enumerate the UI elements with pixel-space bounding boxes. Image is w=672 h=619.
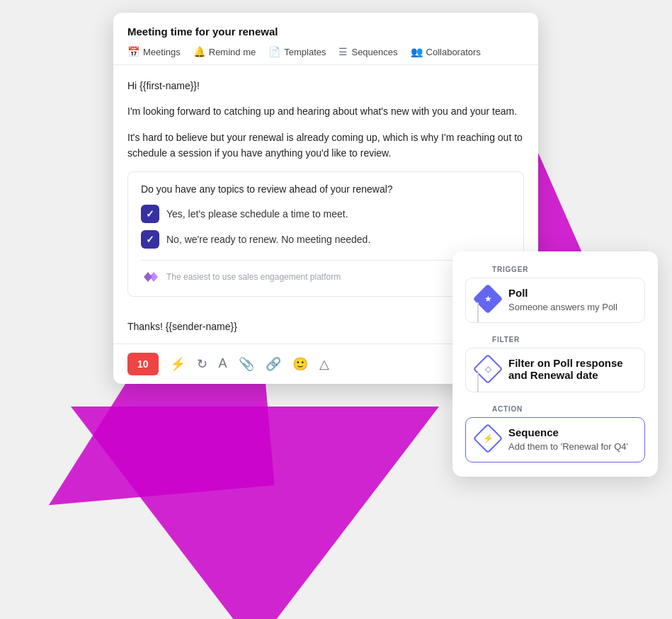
toolbar-collaborators-label: Collaborators: [426, 47, 481, 57]
refresh-icon[interactable]: ↻: [197, 356, 207, 372]
toolbar-collaborators[interactable]: 👥 Collaborators: [411, 46, 481, 57]
toolbar-remind[interactable]: 🔔 Remind me: [193, 46, 256, 57]
toolbar-templates[interactable]: 📄 Templates: [268, 46, 326, 57]
action-desc: Add them to 'Renewal for Q4': [508, 441, 634, 453]
email-greeting: Hi {{first-name}}!: [127, 78, 524, 93]
toolbar-meetings[interactable]: 📅 Meetings: [127, 46, 181, 57]
poll-option-2: ✓ No, we're ready to renew. No meeting n…: [141, 230, 511, 249]
link-icon[interactable]: 🔗: [266, 356, 281, 372]
workflow-action-item: ACTION ⚡ Sequence Add them to 'Renewal f…: [465, 405, 645, 462]
trigger-label: TRIGGER: [465, 266, 645, 273]
poll-option-1: ✓ Yes, let's please schedule a time to m…: [141, 205, 511, 223]
layers-icon: 📄: [268, 46, 280, 57]
send-button[interactable]: 10: [127, 353, 159, 375]
calendar-icon: 📅: [127, 46, 139, 57]
filter-card[interactable]: ◇ Filter on Poll response and Renewal da…: [465, 348, 645, 392]
email-header: Meeting time for your renewal 📅 Meetings…: [113, 13, 538, 65]
star-icon: ★: [484, 294, 492, 304]
paperclip-icon[interactable]: 📎: [239, 356, 254, 372]
filter-diamond: ◇: [476, 357, 500, 381]
workflow-filter-item: FILTER ◇ Filter on Poll response and Ren…: [465, 336, 645, 392]
filter-title: Filter on Poll response and Renewal date: [508, 357, 634, 381]
trigger-desc: Someone answers my Poll: [508, 301, 634, 314]
filter-connector: [477, 373, 479, 392]
toolbar-remind-label: Remind me: [209, 47, 256, 57]
email-paragraph2: It's hard to believe but your renewal is…: [127, 130, 524, 161]
filter-icon: ◇: [485, 364, 491, 374]
email-paragraph1: I'm looking forward to catching up and h…: [127, 103, 524, 119]
checkmark-icon-2: ✓: [146, 234, 154, 245]
bg-triangle-bottom: [71, 407, 439, 619]
action-diamond: ⚡: [476, 426, 500, 450]
poll-logo: [141, 269, 161, 285]
poll-option-text-1: Yes, let's please schedule a time to mee…: [166, 208, 348, 220]
bolt-icon[interactable]: ⚡: [170, 356, 186, 372]
trigger-title: Poll: [508, 287, 634, 299]
toolbar-templates-label: Templates: [284, 47, 326, 57]
trigger-connector: [477, 302, 479, 322]
toolbar-sequences-label: Sequences: [351, 47, 397, 57]
emoji-icon[interactable]: 🙂: [292, 356, 308, 372]
workflow-trigger-item: TRIGGER ★ Poll Someone answers my Poll: [465, 266, 645, 323]
poll-question: Do you have any topics to review ahead o…: [141, 183, 511, 195]
toolbar-meetings-label: Meetings: [143, 47, 181, 57]
poll-option-text-2: No, we're ready to renew. No meeting nee…: [166, 234, 370, 245]
poll-checkbox-1: ✓: [141, 205, 159, 223]
brand-logo-svg: [141, 269, 161, 285]
workflow-panel: TRIGGER ★ Poll Someone answers my Poll F…: [452, 251, 658, 477]
action-bolt-icon: ⚡: [483, 433, 494, 443]
checkmark-icon-1: ✓: [146, 208, 154, 220]
poll-checkbox-2: ✓: [141, 230, 159, 249]
trigger-diamond: ★: [476, 287, 500, 311]
action-diamond-shape: ⚡: [473, 424, 503, 453]
action-content: Sequence Add them to 'Renewal for Q4': [508, 426, 634, 453]
users-icon: 👥: [411, 46, 423, 57]
toolbar-sequences[interactable]: ☰ Sequences: [338, 46, 397, 57]
email-subject: Meeting time for your renewal: [127, 25, 524, 38]
email-toolbar: 📅 Meetings 🔔 Remind me 📄 Templates ☰ Seq…: [127, 46, 524, 57]
action-label: ACTION: [465, 405, 645, 413]
trigger-content: Poll Someone answers my Poll: [508, 287, 634, 314]
trigger-card[interactable]: ★ Poll Someone answers my Poll: [465, 278, 645, 323]
list-icon: ☰: [338, 46, 348, 57]
action-card[interactable]: ⚡ Sequence Add them to 'Renewal for Q4': [465, 417, 645, 462]
bell-icon: 🔔: [193, 46, 205, 57]
shield-icon[interactable]: △: [319, 356, 329, 372]
filter-label: FILTER: [465, 336, 645, 343]
text-format-icon[interactable]: A: [219, 356, 227, 371]
poll-brand-text: The easiest to use sales engagement plat…: [166, 272, 341, 282]
action-title: Sequence: [508, 426, 634, 438]
filter-content: Filter on Poll response and Renewal date: [508, 357, 634, 383]
